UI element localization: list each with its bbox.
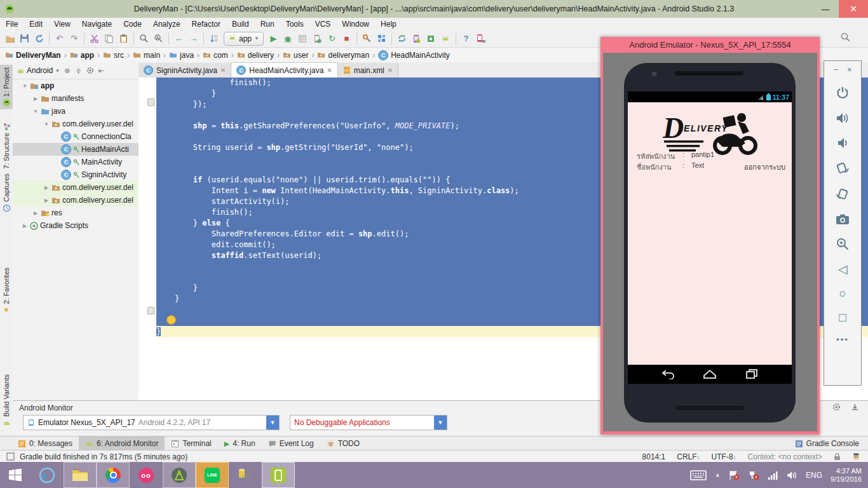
signal-strength-icon[interactable] <box>768 471 778 480</box>
breadcrumb-delivery[interactable]: delivery <box>237 51 274 60</box>
emulator-back-icon[interactable]: ◁ <box>838 263 848 275</box>
undo-icon[interactable]: ↶ <box>52 32 67 46</box>
hide-panel-icon[interactable]: ⇤ <box>98 67 104 75</box>
tool-button-structure[interactable]: 7: Structure <box>0 121 13 171</box>
taskbar-emulator-icon[interactable] <box>262 462 295 488</box>
menu-navigate[interactable]: Navigate <box>76 20 118 29</box>
replace-icon[interactable]: A <box>151 32 166 46</box>
chevron-collapsed-icon[interactable]: ▶ <box>32 210 39 216</box>
phone-screen[interactable]: 11:37 D ELIVERY <box>628 92 792 384</box>
fold-marker-icon[interactable] <box>147 98 154 106</box>
back-icon[interactable]: ← <box>172 32 186 46</box>
language-indicator[interactable]: ENG <box>806 471 822 480</box>
close-tab-icon[interactable]: ✕ <box>388 67 393 74</box>
encoding-select[interactable]: UTF-8↕ <box>712 452 736 461</box>
toolwindow-toggle-icon[interactable] <box>6 452 15 461</box>
rerun-icon[interactable]: ↻ <box>325 32 339 46</box>
breadcrumb-deliveryman-pkg[interactable]: deliveryman <box>317 51 369 60</box>
tab-signinactivity[interactable]: C SigninActivity.java✕ <box>139 63 231 78</box>
chevron-down-icon[interactable]: ▼ <box>434 416 447 430</box>
emulator-minimize-icon[interactable]: − <box>833 65 838 74</box>
emulator-close-icon[interactable]: × <box>847 65 852 74</box>
sync-icon[interactable] <box>32 32 46 46</box>
tab-mainxml[interactable]: main.xml✕ <box>338 63 398 78</box>
close-button[interactable]: ✕ <box>839 0 868 18</box>
network-disconnected-icon[interactable] <box>748 470 759 480</box>
debug-icon[interactable] <box>281 32 295 46</box>
copy-icon[interactable] <box>102 32 116 46</box>
tree-item-package-test[interactable]: ▶ com.delivery.user.del <box>13 194 139 207</box>
tree-item-app[interactable]: ▼ app <box>13 79 139 92</box>
tool-button-terminal[interactable]: Terminal <box>165 437 217 451</box>
show-hidden-icons-icon[interactable]: ▲ <box>715 472 720 478</box>
chevron-down-icon[interactable]: ▼ <box>266 416 279 430</box>
stop-icon[interactable]: ■ <box>339 32 354 46</box>
tree-item-manifests[interactable]: ▶ manifests <box>13 92 139 105</box>
power-icon[interactable] <box>836 86 850 100</box>
caret-position[interactable]: 8014:1 <box>642 452 666 461</box>
menu-code[interactable]: Code <box>118 20 147 29</box>
taskbar-ie-icon[interactable]: e <box>31 462 64 488</box>
hide-panel-icon[interactable] <box>851 403 859 411</box>
minimize-button[interactable]: — <box>812 0 839 18</box>
line-separator-select[interactable]: CRLF↕ <box>677 452 700 461</box>
attach-android-process-icon[interactable] <box>473 32 488 46</box>
clock[interactable]: 4:37 AM 9/19/2016 <box>831 467 862 484</box>
breadcrumb-user[interactable]: user <box>283 51 308 60</box>
project-structure-icon[interactable] <box>374 32 389 46</box>
menu-analyze[interactable]: Analyze <box>147 20 186 29</box>
emulator-window[interactable]: Android Emulator - Nexus_5X_API_17:5554 … <box>600 37 820 435</box>
tree-item-gradle-scripts[interactable]: ▶ Gradle Scripts <box>13 219 139 232</box>
chevron-expanded-icon[interactable]: ▼ <box>43 121 50 127</box>
menu-build[interactable]: Build <box>226 20 255 29</box>
nav-back-icon[interactable] <box>661 369 675 379</box>
gradle-sync-icon[interactable] <box>395 32 409 46</box>
tool-button-project[interactable]: 1: Project <box>0 65 13 109</box>
volume-icon[interactable] <box>787 471 797 480</box>
rotate-left-icon[interactable] <box>836 161 850 175</box>
taskbar-android-studio-icon[interactable] <box>163 462 196 488</box>
coverage-icon[interactable] <box>295 32 310 46</box>
breadcrumb-deliveryman[interactable]: DeliveryMan <box>5 51 61 60</box>
tree-item-connectionclass[interactable]: C ConnectionCla <box>13 130 139 143</box>
taskbar-chrome-icon[interactable] <box>97 462 130 488</box>
editor-gutter[interactable] <box>139 78 156 341</box>
tool-button-captures[interactable]: Captures <box>0 172 13 214</box>
chevron-collapsed-icon[interactable]: ▶ <box>43 198 50 203</box>
taskbar-sdk-manager-icon[interactable] <box>229 462 262 488</box>
find-icon[interactable] <box>137 32 151 46</box>
breadcrumb-app[interactable]: app <box>70 51 94 60</box>
tool-button-event-log[interactable]: Event Log <box>262 437 320 451</box>
settings-gear-icon[interactable] <box>832 403 841 411</box>
breadcrumb-src[interactable]: src <box>103 51 124 60</box>
emulator-titlebar[interactable]: Android Emulator - Nexus_5X_API_17:5554 <box>600 37 820 53</box>
redo-icon[interactable]: ↷ <box>67 32 81 46</box>
search-everywhere-icon[interactable] <box>840 32 850 42</box>
inspect-code-icon[interactable] <box>360 32 374 46</box>
open-file-icon[interactable] <box>3 32 17 46</box>
more-options-icon[interactable]: ••• <box>836 336 849 344</box>
screenshot-camera-icon[interactable] <box>836 214 850 225</box>
close-tab-icon[interactable]: ✕ <box>327 67 332 74</box>
chevron-expanded-icon[interactable]: ▼ <box>22 83 28 89</box>
settings-gear-icon[interactable] <box>86 67 94 74</box>
fold-marker-icon[interactable] <box>147 307 154 315</box>
breadcrumb-java[interactable]: java <box>169 51 194 60</box>
collapse-all-icon[interactable] <box>75 67 82 74</box>
attach-debugger-icon[interactable] <box>310 32 325 46</box>
breadcrumb-com[interactable]: com <box>203 51 228 60</box>
run-configuration-select[interactable]: app ▼ <box>224 32 264 46</box>
tool-button-messages[interactable]: 0: Messages <box>11 437 79 451</box>
tool-button-todo[interactable]: TODO <box>320 437 366 451</box>
taskbar-flickr-icon[interactable]: oo <box>130 462 163 488</box>
forward-icon[interactable]: → <box>186 32 201 46</box>
nav-home-icon[interactable] <box>703 369 717 379</box>
chevron-collapsed-icon[interactable]: ▶ <box>43 185 50 191</box>
help-icon[interactable]: ? <box>459 32 473 46</box>
chevron-collapsed-icon[interactable]: ▶ <box>22 223 28 229</box>
menu-help[interactable]: Help <box>375 20 402 29</box>
paste-icon[interactable] <box>116 32 131 46</box>
logout-button[interactable]: ออกจากระบบ <box>744 161 785 173</box>
device-selector[interactable]: Emulator Nexus_5X_API_17 Android 4.2.2, … <box>23 415 280 430</box>
taskbar-line-icon[interactable]: LINE <box>196 462 229 488</box>
